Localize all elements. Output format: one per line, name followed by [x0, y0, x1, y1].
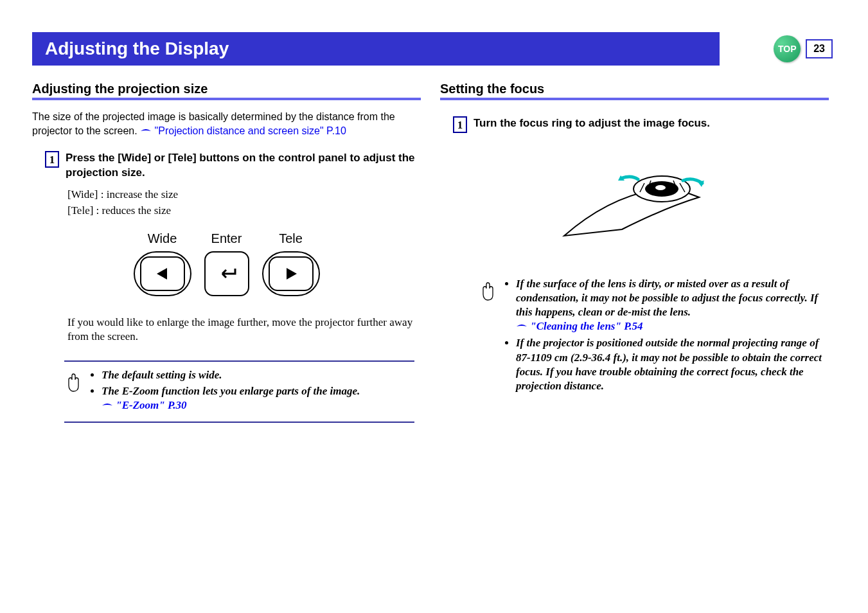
- wide-button-outline: [134, 251, 191, 296]
- svg-marker-0: [157, 268, 167, 280]
- left-column: Adjusting the projection size The size o…: [32, 82, 421, 423]
- followup-text: If you would like to enlarge the image f…: [32, 315, 421, 344]
- right-heading: Setting the focus: [440, 82, 829, 96]
- right-column: Setting the focus 1 Turn the focus ring …: [440, 82, 829, 423]
- right-tip2: If the projector is positioned outside t…: [516, 336, 822, 393]
- def-wide: [Wide] : increase the size: [67, 187, 421, 203]
- tip-box-right: If the surface of the lens is dirty, or …: [479, 277, 822, 395]
- tip-list-left: The default setting is wide. The E-Zoom …: [90, 368, 360, 415]
- enter-arrow-icon: [217, 267, 236, 280]
- tip-hand-icon: [479, 277, 497, 395]
- tip2-link[interactable]: "E-Zoom" P.30: [116, 399, 186, 411]
- tip-box-left: The default setting is wide. The E-Zoom …: [64, 360, 414, 423]
- def-tele: [Tele] : reduces the size: [67, 203, 421, 219]
- tip2-item: The E-Zoom function lets you enlarge par…: [102, 384, 360, 413]
- right-tip1-link[interactable]: "Cleaning the lens" P.54: [530, 320, 642, 332]
- right-tip1-text: If the surface of the lens is dirty, or …: [516, 278, 818, 318]
- control-panel-diagram: Wide Enter Tele: [32, 231, 421, 296]
- wide-button-diagram: Wide: [134, 231, 191, 296]
- enter-label: Enter: [204, 231, 249, 246]
- definitions-block: [Wide] : increase the size [Tele] : redu…: [32, 187, 421, 218]
- tip-hand-icon: [64, 368, 82, 415]
- left-heading: Adjusting the projection size: [32, 82, 421, 96]
- intro-link[interactable]: "Projection distance and screen size" P.…: [155, 125, 346, 136]
- enter-button-outline: [204, 251, 249, 296]
- tele-button-diagram: Tele: [262, 231, 320, 296]
- tip2-text: The E-Zoom function lets you enlarge par…: [102, 385, 360, 397]
- page-title: Adjusting the Display: [45, 39, 229, 58]
- svg-point-4: [655, 185, 666, 190]
- wide-triangle-icon: [140, 256, 185, 291]
- wide-label: Wide: [134, 231, 191, 246]
- pointer-icon: [516, 320, 527, 334]
- step-number-box: 1: [45, 151, 59, 168]
- top-badge-group: TOP 23: [774, 35, 833, 62]
- procedure-step-right: 1 Turn the focus ring to adjust the imag…: [440, 116, 829, 133]
- tip-list-right: If the surface of the lens is dirty, or …: [504, 277, 822, 395]
- heading-underline: [32, 98, 421, 100]
- right-tip1-item: If the surface of the lens is dirty, or …: [516, 277, 822, 334]
- enter-button-diagram: Enter: [204, 231, 249, 296]
- pointer-icon: [102, 399, 113, 413]
- tip1: The default setting is wide.: [102, 368, 360, 382]
- page-title-bar: Adjusting the Display: [32, 32, 720, 66]
- svg-marker-1: [287, 268, 297, 280]
- page-number: 23: [806, 39, 833, 58]
- step-instruction: Press the [Wide] or [Tele] buttons on th…: [66, 151, 421, 181]
- procedure-step: 1 Press the [Wide] or [Tele] buttons on …: [32, 151, 421, 181]
- tele-label: Tele: [262, 231, 320, 246]
- pointer-icon: [140, 125, 152, 139]
- step-number-box: 1: [453, 116, 467, 133]
- top-icon[interactable]: TOP: [774, 35, 801, 62]
- heading-underline: [440, 98, 829, 100]
- tele-triangle-icon: [269, 256, 314, 291]
- tele-button-outline: [262, 251, 320, 296]
- top-label: TOP: [778, 44, 797, 54]
- step-instruction: Turn the focus ring to adjust the image …: [474, 116, 710, 133]
- intro-paragraph: The size of the projected image is basic…: [32, 110, 421, 138]
- focus-ring-diagram: [440, 152, 829, 251]
